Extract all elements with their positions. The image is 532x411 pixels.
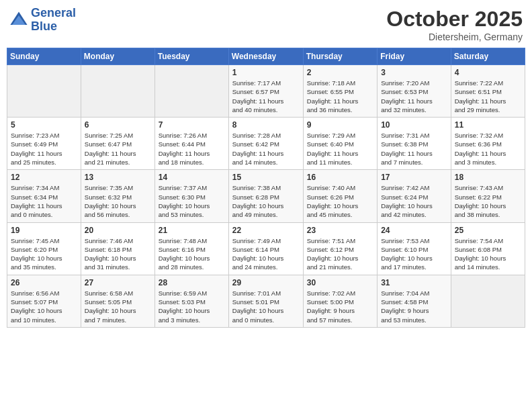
weekday-header-sunday: Sunday xyxy=(7,48,81,65)
calendar-cell: 24Sunrise: 7:53 AM Sunset: 6:10 PM Dayli… xyxy=(378,222,451,275)
day-info: Sunrise: 7:18 AM Sunset: 6:55 PM Dayligh… xyxy=(307,79,373,114)
calendar-cell: 27Sunrise: 6:58 AM Sunset: 5:05 PM Dayli… xyxy=(81,275,154,327)
day-info: Sunrise: 7:40 AM Sunset: 6:26 PM Dayligh… xyxy=(307,183,373,219)
page-header: General Blue October 2025 Dietersheim, G… xyxy=(7,7,525,42)
calendar-cell: 15Sunrise: 7:38 AM Sunset: 6:28 PM Dayli… xyxy=(228,170,303,222)
day-info: Sunrise: 6:56 AM Sunset: 5:07 PM Dayligh… xyxy=(11,289,77,324)
day-number: 7 xyxy=(159,120,225,130)
day-number: 14 xyxy=(159,173,225,182)
calendar-cell: 2Sunrise: 7:18 AM Sunset: 6:55 PM Daylig… xyxy=(303,65,377,118)
day-number: 20 xyxy=(85,226,151,235)
day-number: 8 xyxy=(232,120,300,130)
calendar-cell: 5Sunrise: 7:23 AM Sunset: 6:49 PM Daylig… xyxy=(7,118,81,170)
calendar-cell: 17Sunrise: 7:42 AM Sunset: 6:24 PM Dayli… xyxy=(378,170,451,222)
day-number: 28 xyxy=(159,278,225,287)
day-info: Sunrise: 7:28 AM Sunset: 6:42 PM Dayligh… xyxy=(232,131,300,167)
calendar-cell: 11Sunrise: 7:32 AM Sunset: 6:36 PM Dayli… xyxy=(451,118,525,170)
calendar-cell xyxy=(7,65,81,118)
calendar-cell: 31Sunrise: 7:04 AM Sunset: 4:58 PM Dayli… xyxy=(378,275,451,327)
day-info: Sunrise: 7:23 AM Sunset: 6:49 PM Dayligh… xyxy=(11,131,77,167)
month-title: October 2025 xyxy=(386,7,523,32)
day-info: Sunrise: 7:45 AM Sunset: 6:20 PM Dayligh… xyxy=(11,236,77,272)
calendar-cell xyxy=(81,65,154,118)
day-info: Sunrise: 6:59 AM Sunset: 5:03 PM Dayligh… xyxy=(159,289,225,324)
day-number: 12 xyxy=(11,173,77,182)
calendar-cell: 9Sunrise: 7:29 AM Sunset: 6:40 PM Daylig… xyxy=(303,118,377,170)
day-number: 6 xyxy=(85,120,151,130)
calendar-cell: 13Sunrise: 7:35 AM Sunset: 6:32 PM Dayli… xyxy=(81,170,154,222)
day-number: 27 xyxy=(85,278,151,287)
title-block: October 2025 Dietersheim, Germany xyxy=(386,7,523,42)
day-number: 2 xyxy=(307,68,373,77)
calendar-cell: 29Sunrise: 7:01 AM Sunset: 5:01 PM Dayli… xyxy=(228,275,303,327)
calendar-cell: 30Sunrise: 7:02 AM Sunset: 5:00 PM Dayli… xyxy=(303,275,377,327)
day-number: 11 xyxy=(455,120,521,130)
day-number: 3 xyxy=(381,68,447,77)
day-info: Sunrise: 7:35 AM Sunset: 6:32 PM Dayligh… xyxy=(85,183,151,219)
calendar-table: SundayMondayTuesdayWednesdayThursdayFrid… xyxy=(7,48,525,328)
weekday-header-wednesday: Wednesday xyxy=(228,48,303,65)
weekday-header-tuesday: Tuesday xyxy=(154,48,228,65)
day-number: 1 xyxy=(232,68,300,77)
day-number: 23 xyxy=(307,226,373,235)
day-info: Sunrise: 7:51 AM Sunset: 6:12 PM Dayligh… xyxy=(307,236,373,272)
day-info: Sunrise: 6:58 AM Sunset: 5:05 PM Dayligh… xyxy=(85,289,151,324)
day-info: Sunrise: 7:31 AM Sunset: 6:38 PM Dayligh… xyxy=(381,131,447,167)
calendar-cell: 14Sunrise: 7:37 AM Sunset: 6:30 PM Dayli… xyxy=(154,170,228,222)
calendar-cell: 19Sunrise: 7:45 AM Sunset: 6:20 PM Dayli… xyxy=(7,222,81,275)
weekday-header-saturday: Saturday xyxy=(451,48,525,65)
day-info: Sunrise: 7:22 AM Sunset: 6:51 PM Dayligh… xyxy=(455,79,521,114)
day-info: Sunrise: 7:29 AM Sunset: 6:40 PM Dayligh… xyxy=(307,131,373,167)
day-number: 9 xyxy=(307,120,373,130)
day-number: 13 xyxy=(85,173,151,182)
calendar-cell xyxy=(154,65,228,118)
calendar-cell: 8Sunrise: 7:28 AM Sunset: 6:42 PM Daylig… xyxy=(228,118,303,170)
day-info: Sunrise: 7:32 AM Sunset: 6:36 PM Dayligh… xyxy=(455,131,521,167)
day-info: Sunrise: 7:43 AM Sunset: 6:22 PM Dayligh… xyxy=(455,183,521,219)
week-row-5: 26Sunrise: 6:56 AM Sunset: 5:07 PM Dayli… xyxy=(7,275,525,327)
week-row-2: 5Sunrise: 7:23 AM Sunset: 6:49 PM Daylig… xyxy=(7,118,525,170)
logo-icon xyxy=(9,11,28,30)
day-info: Sunrise: 7:38 AM Sunset: 6:28 PM Dayligh… xyxy=(232,183,300,219)
day-info: Sunrise: 7:04 AM Sunset: 4:58 PM Dayligh… xyxy=(381,289,447,324)
calendar-cell: 10Sunrise: 7:31 AM Sunset: 6:38 PM Dayli… xyxy=(378,118,451,170)
calendar-cell: 23Sunrise: 7:51 AM Sunset: 6:12 PM Dayli… xyxy=(303,222,377,275)
calendar-cell: 7Sunrise: 7:26 AM Sunset: 6:44 PM Daylig… xyxy=(154,118,228,170)
day-number: 18 xyxy=(455,173,521,182)
weekday-header-monday: Monday xyxy=(81,48,154,65)
calendar-cell: 21Sunrise: 7:48 AM Sunset: 6:16 PM Dayli… xyxy=(154,222,228,275)
weekday-header-friday: Friday xyxy=(378,48,451,65)
day-info: Sunrise: 7:34 AM Sunset: 6:34 PM Dayligh… xyxy=(11,183,77,219)
day-info: Sunrise: 7:49 AM Sunset: 6:14 PM Dayligh… xyxy=(232,236,300,272)
day-number: 24 xyxy=(381,226,447,235)
day-info: Sunrise: 7:20 AM Sunset: 6:53 PM Dayligh… xyxy=(381,79,447,114)
day-info: Sunrise: 7:54 AM Sunset: 6:08 PM Dayligh… xyxy=(455,236,521,272)
calendar-cell: 25Sunrise: 7:54 AM Sunset: 6:08 PM Dayli… xyxy=(451,222,525,275)
calendar-cell: 6Sunrise: 7:25 AM Sunset: 6:47 PM Daylig… xyxy=(81,118,154,170)
week-row-4: 19Sunrise: 7:45 AM Sunset: 6:20 PM Dayli… xyxy=(7,222,525,275)
day-info: Sunrise: 7:37 AM Sunset: 6:30 PM Dayligh… xyxy=(159,183,225,219)
day-number: 19 xyxy=(11,226,77,235)
logo: General Blue xyxy=(9,7,76,34)
calendar-cell: 4Sunrise: 7:22 AM Sunset: 6:51 PM Daylig… xyxy=(451,65,525,118)
day-info: Sunrise: 7:25 AM Sunset: 6:47 PM Dayligh… xyxy=(85,131,151,167)
day-info: Sunrise: 7:46 AM Sunset: 6:18 PM Dayligh… xyxy=(85,236,151,272)
calendar-cell: 3Sunrise: 7:20 AM Sunset: 6:53 PM Daylig… xyxy=(378,65,451,118)
day-number: 10 xyxy=(381,120,447,130)
calendar-cell: 22Sunrise: 7:49 AM Sunset: 6:14 PM Dayli… xyxy=(228,222,303,275)
calendar-cell: 1Sunrise: 7:17 AM Sunset: 6:57 PM Daylig… xyxy=(228,65,303,118)
weekday-header-thursday: Thursday xyxy=(303,48,377,65)
day-number: 30 xyxy=(307,278,373,287)
day-number: 4 xyxy=(455,68,521,77)
calendar-cell: 26Sunrise: 6:56 AM Sunset: 5:07 PM Dayli… xyxy=(7,275,81,327)
day-info: Sunrise: 7:53 AM Sunset: 6:10 PM Dayligh… xyxy=(381,236,447,272)
day-info: Sunrise: 7:26 AM Sunset: 6:44 PM Dayligh… xyxy=(159,131,225,167)
location: Dietersheim, Germany xyxy=(386,32,523,42)
week-row-3: 12Sunrise: 7:34 AM Sunset: 6:34 PM Dayli… xyxy=(7,170,525,222)
calendar-cell: 18Sunrise: 7:43 AM Sunset: 6:22 PM Dayli… xyxy=(451,170,525,222)
day-number: 15 xyxy=(232,173,300,182)
day-number: 31 xyxy=(381,278,447,287)
calendar-cell: 20Sunrise: 7:46 AM Sunset: 6:18 PM Dayli… xyxy=(81,222,154,275)
day-number: 17 xyxy=(381,173,447,182)
day-info: Sunrise: 7:42 AM Sunset: 6:24 PM Dayligh… xyxy=(381,183,447,219)
